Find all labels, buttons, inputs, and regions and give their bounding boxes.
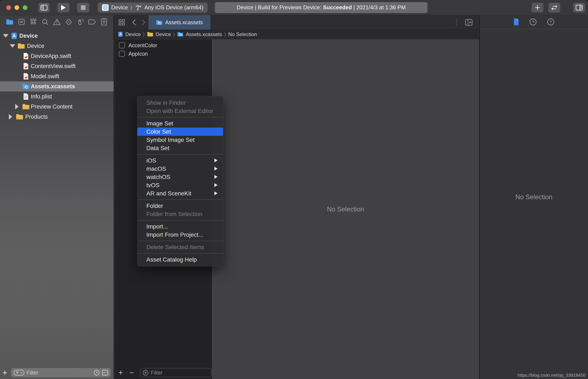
menu-separator	[137, 199, 223, 200]
tab-label: Assets.xcassets	[165, 19, 203, 26]
asset-row-appicon[interactable]: AppIcon	[115, 49, 211, 58]
tree-label: Products	[25, 114, 48, 120]
toolbar-right-group	[531, 0, 585, 15]
tree-row-products[interactable]: Products	[0, 112, 114, 122]
remove-asset-icon[interactable]: −	[130, 369, 134, 377]
plus-icon	[534, 4, 541, 11]
minimize-window-button[interactable]	[15, 5, 19, 10]
issue-navigator-icon[interactable]	[53, 18, 61, 26]
tree-row-model-swift[interactable]: Model.swift	[0, 71, 114, 81]
inspector-panel: ? No Selection https://blog.csdn.net/qq_…	[479, 15, 588, 379]
navigator-filter-field[interactable]	[11, 368, 111, 377]
inspector-empty-text: No Selection	[515, 193, 552, 201]
back-chevron-icon[interactable]	[130, 18, 138, 27]
navigator-filter-input[interactable]	[27, 370, 91, 376]
debug-navigator-icon[interactable]	[76, 18, 85, 26]
zoom-window-button[interactable]	[23, 5, 27, 10]
stop-icon	[80, 5, 86, 10]
tree-row-project-device[interactable]: Device	[0, 31, 114, 41]
navigator-toggle-button[interactable]	[38, 3, 50, 13]
tree-label: Assets.xcassets	[31, 83, 75, 90]
build-result: Succeeded	[323, 4, 352, 11]
menu-item-tvos[interactable]: tvOS	[137, 181, 223, 189]
close-window-button[interactable]	[6, 5, 11, 10]
folder-icon	[17, 42, 25, 49]
asset-catalog-icon	[22, 83, 30, 90]
report-navigator-icon[interactable]	[100, 18, 108, 26]
menu-item-color-set[interactable]: Color Set	[137, 127, 223, 136]
tabbar-separator	[456, 19, 457, 26]
editor-canvas: No Selection	[212, 39, 479, 379]
menu-item-open-with-external-editor: Open with External Editor	[137, 107, 223, 115]
add-item-icon[interactable]: +	[2, 369, 7, 377]
run-button[interactable]	[57, 3, 70, 13]
jumpbar-segment[interactable]: Device	[156, 32, 171, 37]
code-review-button[interactable]	[548, 3, 560, 13]
menu-item-import-from-project[interactable]: Import From Project...	[137, 231, 223, 239]
jumpbar-segment-no-selection[interactable]: No Selection	[228, 32, 257, 37]
menu-item-watchos[interactable]: watchOS	[137, 173, 223, 181]
context-menu: Show in Finder Open with External Editor…	[137, 96, 223, 267]
activity-view[interactable]: Device | Build for Previews Device: Succ…	[215, 2, 427, 13]
tree-label: ContentView.swift	[31, 63, 76, 70]
tree-row-deviceapp-swift[interactable]: DeviceApp.swift	[0, 51, 114, 61]
menu-item-asset-catalog-help[interactable]: Asset Catalog Help	[137, 255, 223, 264]
tree-row-info-plist[interactable]: Info.plist	[0, 92, 114, 102]
menu-item-ios[interactable]: iOS	[137, 157, 223, 165]
tree-row-contentview-swift[interactable]: ContentView.swift	[0, 61, 114, 71]
scheme-project-label: Device	[111, 4, 128, 11]
disclosure-open-icon[interactable]	[10, 44, 15, 48]
scheme-destination-label: Any iOS Device (arm64)	[144, 4, 203, 11]
jumpbar-segment[interactable]: Device	[125, 32, 141, 37]
symbol-navigator-icon[interactable]	[29, 18, 37, 26]
empty-asset-icon	[119, 42, 125, 48]
inspectors-toggle-button[interactable]	[573, 3, 585, 13]
test-navigator-icon[interactable]	[64, 18, 73, 26]
search-icon[interactable]	[41, 18, 49, 26]
related-items-icon[interactable]	[118, 18, 126, 27]
menu-item-symbol-image-set[interactable]: Symbol Image Set	[137, 136, 223, 144]
jumpbar-segment[interactable]: Assets.xcassets	[186, 32, 222, 37]
menu-item-macos[interactable]: macOS	[137, 165, 223, 173]
scheme-chevron: 〉	[130, 5, 132, 11]
disclosure-closed-icon[interactable]	[9, 114, 12, 120]
source-control-status-icon[interactable]	[102, 370, 108, 376]
asset-filter-field[interactable]	[140, 368, 211, 377]
menu-item-ar-and-scenekit[interactable]: AR and SceneKit	[137, 189, 223, 198]
breadcrumb-chevron: 〉	[143, 32, 145, 37]
folder-icon	[22, 103, 30, 110]
disclosure-open-icon[interactable]	[3, 34, 8, 37]
add-asset-icon[interactable]: +	[118, 369, 123, 377]
source-control-icon[interactable]	[17, 18, 26, 26]
hammer-icon	[134, 4, 142, 11]
project-navigator-icon[interactable]	[5, 18, 14, 26]
menu-item-data-set[interactable]: Data Set	[137, 144, 223, 152]
menu-item-import[interactable]: Import...	[137, 222, 223, 231]
menu-item-show-in-finder: Show in Finder	[137, 99, 223, 107]
tab-assets-xcassets[interactable]: Assets.xcassets	[148, 15, 210, 30]
tree-label: Info.plist	[31, 93, 52, 100]
breakpoint-navigator-icon[interactable]	[88, 18, 96, 26]
recent-files-clock-icon[interactable]	[93, 369, 100, 376]
navigator-sidebar: Device Device DeviceApp.swift ContentV	[0, 15, 114, 379]
filter-menu-icon[interactable]	[14, 370, 24, 376]
asset-row-accentcolor[interactable]: AccentColor	[115, 41, 211, 49]
disclosure-closed-icon[interactable]	[15, 104, 18, 110]
tree-label: Device	[27, 43, 44, 49]
scheme-selector[interactable]: Device 〉 Any iOS Device (arm64)	[98, 2, 208, 13]
swift-file-icon	[22, 63, 30, 70]
asset-filter-input[interactable]	[151, 370, 209, 376]
menu-item-folder[interactable]: Folder	[137, 202, 223, 210]
tree-row-assets-xcassets-selected[interactable]: Assets.xcassets	[0, 81, 114, 92]
library-button[interactable]	[531, 3, 543, 13]
add-editor-icon[interactable]	[465, 18, 473, 27]
activity-text: Device | Build for Previews Device: Succ…	[237, 4, 406, 11]
swift-file-icon	[22, 73, 30, 80]
menu-item-image-set[interactable]: Image Set	[137, 119, 223, 127]
stop-button[interactable]	[77, 3, 89, 13]
tree-row-preview-content[interactable]: Preview Content	[0, 102, 114, 112]
forward-chevron-icon[interactable]	[139, 18, 148, 27]
tree-row-folder-device[interactable]: Device	[0, 41, 114, 51]
tab-bar: Assets.xcassets	[115, 15, 479, 30]
menu-separator	[137, 154, 223, 155]
